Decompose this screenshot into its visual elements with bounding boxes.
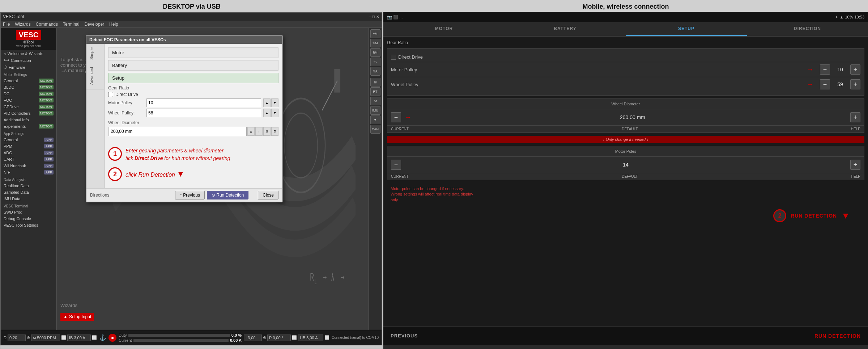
- motor-poles-minus[interactable]: −: [391, 160, 401, 170]
- mobile-previous-button[interactable]: PREVIOUS: [391, 333, 418, 339]
- wheel-diam-btn1[interactable]: ▲: [247, 127, 255, 136]
- toolbar-btn-1[interactable]: +M: [370, 29, 380, 38]
- sidebar-item-firmware[interactable]: ⬡ Firmware: [1, 64, 56, 71]
- sidebar-section-terminal: VESC Terminal: [1, 202, 56, 209]
- i-input[interactable]: [244, 335, 262, 341]
- toolbar-btn-2[interactable]: ©M: [370, 39, 380, 47]
- sidebar-item-uart[interactable]: UART APP: [1, 156, 56, 163]
- toolbar-btn-heart[interactable]: ♥: [370, 115, 380, 124]
- menu-developer[interactable]: Developer: [84, 22, 104, 27]
- wheel-diameter-minus[interactable]: −: [391, 112, 401, 122]
- maximize-btn[interactable]: □: [372, 14, 375, 19]
- menu-help[interactable]: Help: [109, 22, 118, 27]
- close-btn[interactable]: ✕: [376, 14, 379, 19]
- sidebar-item-motor-general[interactable]: General MOTOR: [1, 77, 56, 84]
- sidebar-item-wii[interactable]: Wii Nunchuk APP: [1, 163, 56, 169]
- motor-pulley-minus[interactable]: −: [820, 64, 830, 75]
- wheel-pulley-down[interactable]: ▼: [271, 109, 278, 117]
- foc-section-motor[interactable]: Motor: [108, 47, 278, 58]
- motor-pulley-input[interactable]: [146, 98, 261, 107]
- mobile-run-detection-label: RUN DETECTION: [791, 213, 837, 219]
- toolbar-btn-rt[interactable]: RT: [370, 87, 380, 96]
- svg-text:→: →: [340, 271, 345, 283]
- foc-section-setup[interactable]: Setup: [108, 73, 278, 83]
- toolbar-btn-5[interactable]: ©A: [370, 67, 380, 76]
- stop-button[interactable]: ■: [109, 334, 116, 342]
- sidebar-item-experiments[interactable]: Experiments MOTOR: [1, 123, 56, 130]
- wheel-pulley-row: Wheel Pulley: ▲ ▼: [108, 109, 278, 117]
- wii-badge: APP: [44, 164, 54, 168]
- motor-pulley-plus[interactable]: +: [850, 64, 860, 75]
- experiments-badge: MOTOR: [39, 124, 54, 129]
- toolbar-btn-4[interactable]: tA: [370, 58, 380, 66]
- direct-drive-checkbox[interactable]: [108, 92, 113, 97]
- menu-commands[interactable]: Commands: [36, 22, 58, 27]
- sidebar-item-additional[interactable]: Additional Info: [1, 117, 56, 123]
- sidebar-item-adc[interactable]: ADC APP: [1, 150, 56, 156]
- direct-drive-checkbox-mobile[interactable]: [391, 55, 396, 60]
- sidebar-item-swd[interactable]: SWD Prog: [1, 209, 56, 215]
- wheel-diam-btn3[interactable]: ⧉: [263, 127, 271, 136]
- toolbar-btn-can[interactable]: CAN: [370, 125, 380, 134]
- toolbar-btn-imu[interactable]: IMU: [370, 106, 380, 115]
- menu-terminal[interactable]: Terminal: [63, 22, 79, 27]
- sidebar-item-nrf[interactable]: NrF APP: [1, 169, 56, 176]
- toolbar-btn-3[interactable]: §M: [370, 48, 380, 57]
- sidebar-item-bldc[interactable]: BLDC MOTOR: [1, 84, 56, 91]
- foc-section-battery[interactable]: Battery: [108, 60, 278, 71]
- motor-pulley-down[interactable]: ▼: [271, 98, 278, 107]
- wheel-pulley-plus[interactable]: +: [850, 79, 860, 89]
- vesc-title: VESC Tool: [3, 14, 24, 19]
- logo-tool: ®Tool: [3, 40, 54, 44]
- wheel-diam-btn2[interactable]: ↑: [255, 127, 263, 136]
- wheel-pulley-minus[interactable]: −: [820, 79, 830, 89]
- rpm-input[interactable]: [31, 335, 60, 341]
- mobile-run-detection-button[interactable]: RUN DETECTION: [814, 333, 861, 339]
- wheel-diameter-plus[interactable]: +: [850, 112, 860, 122]
- sidebar-item-realtime[interactable]: Realtime Data: [1, 182, 56, 189]
- sidebar-item-settings[interactable]: VESC Tool Settings: [1, 222, 56, 228]
- sidebar-item-connection[interactable]: ⟷ Connection: [1, 57, 56, 64]
- sidebar-item-dc[interactable]: DC MOTOR: [1, 91, 56, 97]
- sidebar-item-pid[interactable]: PID Controllers MOTOR: [1, 110, 56, 117]
- step2-circle: 2: [108, 167, 122, 181]
- p-input[interactable]: [267, 335, 291, 341]
- sidebar-item-gpdrive[interactable]: GPDrive MOTOR: [1, 104, 56, 110]
- sidebar-item-imu[interactable]: IMU Data: [1, 195, 56, 202]
- gear-ratio-section: Gear Ratio Direct Drive Motor Pulley:: [108, 85, 278, 117]
- motor-pulley-up[interactable]: ▲: [263, 98, 271, 107]
- foc-tab-advanced[interactable]: Advanced: [86, 63, 104, 89]
- sidebar-item-foc[interactable]: FOC MOTOR: [1, 97, 56, 104]
- run-detection-button[interactable]: ⊙ Run Detection: [207, 191, 248, 199]
- sidebar-item-welcome[interactable]: ⌂ Welcome & Wizards: [1, 50, 56, 57]
- mobile-tab-setup[interactable]: SETUP: [626, 22, 747, 36]
- wheel-diameter-input[interactable]: [108, 127, 247, 136]
- previous-button[interactable]: ↑ Previous: [175, 191, 205, 199]
- wheel-pulley-input[interactable]: [146, 109, 261, 117]
- wheel-cdh: CURRENT DEFAULT HELP: [387, 125, 864, 133]
- sidebar-item-ppm[interactable]: PPM APP: [1, 143, 56, 150]
- menu-wizards[interactable]: Wizards: [15, 22, 30, 27]
- hb-input[interactable]: [298, 335, 323, 341]
- window-controls: − □ ✕: [369, 14, 379, 19]
- vesc-titlebar: VESC Tool − □ ✕: [1, 13, 382, 21]
- sidebar-item-app-general[interactable]: General APP: [1, 136, 56, 143]
- mobile-tab-motor[interactable]: MOTOR: [383, 22, 505, 36]
- minimize-btn[interactable]: −: [369, 14, 371, 19]
- foc-tab-simple[interactable]: Simple: [86, 44, 104, 63]
- poles-note-line2: Wrong settings will affect real time dat…: [391, 192, 861, 197]
- setup-input-btn[interactable]: ▲ Setup Input: [60, 313, 94, 321]
- menu-file[interactable]: File: [3, 22, 10, 27]
- motor-poles-plus[interactable]: +: [850, 160, 860, 170]
- ib-input[interactable]: [67, 335, 91, 341]
- d-input[interactable]: [8, 335, 26, 341]
- mobile-tab-direction[interactable]: DIRECTION: [747, 22, 868, 36]
- wheel-pulley-up[interactable]: ▲: [263, 109, 271, 117]
- wheel-diam-btn4[interactable]: ⚙: [271, 127, 278, 136]
- mobile-tab-battery[interactable]: BATTERY: [505, 22, 626, 36]
- toolbar-btn-at[interactable]: At: [370, 97, 380, 105]
- sidebar-item-debug[interactable]: Debug Console: [1, 215, 56, 222]
- sidebar-item-sampled[interactable]: Sampled Data: [1, 189, 56, 195]
- close-button[interactable]: Close: [258, 191, 278, 199]
- toolbar-btn-6[interactable]: ⊞: [370, 78, 380, 87]
